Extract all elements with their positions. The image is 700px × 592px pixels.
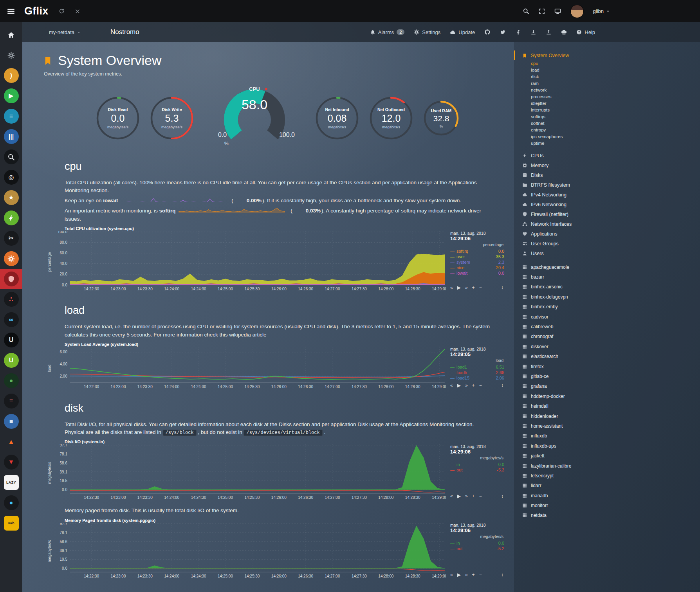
sidebar-item-binhex-emby[interactable]: binhex-emby <box>522 302 700 312</box>
github-button[interactable] <box>484 29 491 35</box>
user-menu[interactable]: gilbn <box>593 8 610 14</box>
chart-tool-zoom-in[interactable]: + <box>472 572 475 578</box>
chart-tool-zoom-in[interactable]: + <box>472 383 475 388</box>
sidebar-item-lazylibrarian-calibre[interactable]: lazylibrarian-calibre <box>522 461 700 471</box>
alarms-button[interactable]: Alarms2 <box>370 29 405 35</box>
legend-item-nice[interactable]: —nice20.4 <box>450 265 504 270</box>
sidebar-item-influxdb[interactable]: influxdb <box>522 431 700 441</box>
refresh-icon[interactable] <box>59 8 65 14</box>
sidebar-subitem-softnet[interactable]: softnet <box>522 120 700 127</box>
import-button[interactable] <box>530 29 536 35</box>
sidebar-item-monitorr[interactable]: monitorr <box>522 500 700 510</box>
sidebar-subitem-idlejitter[interactable]: idlejitter <box>522 100 700 107</box>
legend-item-load15[interactable]: —load152.06 <box>450 375 504 381</box>
print-button[interactable] <box>561 29 567 35</box>
sidebar-item-applications[interactable]: Applications <box>522 229 700 239</box>
sidebar-subitem-processes[interactable]: processes <box>522 94 700 100</box>
sidebar-subitem-load[interactable]: load <box>522 67 700 74</box>
chart-canvas[interactable]: 97.778.158.639.119.50.014:22:3014:23:001… <box>52 523 446 580</box>
sidebar-app-green-play-app[interactable]: ▶ <box>0 86 22 106</box>
legend-item-iowait[interactable]: —iowait0.0 <box>450 270 504 276</box>
sidebar-app-scissors-app[interactable]: ✂ <box>0 228 22 248</box>
twitter-button[interactable] <box>500 29 506 35</box>
softirq-sparkline[interactable] <box>179 207 285 215</box>
sidebar-item-binhex-airsonic[interactable]: binhex-airsonic <box>522 282 700 292</box>
sidebar-app-orange-gear-app[interactable] <box>0 248 22 269</box>
sidebar-item-hddtemp-docker[interactable]: hddtemp-docker <box>522 391 700 401</box>
legend-item-load1[interactable]: —load16.51 <box>450 364 504 370</box>
chart-tool-zoom-out[interactable]: − <box>479 383 482 388</box>
fullscreen-icon[interactable] <box>539 8 545 14</box>
sidebar-item-calibreweb[interactable]: calibreweb <box>522 322 700 331</box>
sidebar-app-green-u-app[interactable]: U <box>0 350 22 371</box>
sidebar-item-user-groups[interactable]: User Groups <box>522 239 700 248</box>
cast-icon[interactable] <box>554 8 561 14</box>
chart-tool-forward[interactable]: » <box>465 572 468 578</box>
sidebar-app-gold-star-app[interactable]: ★ <box>0 187 22 208</box>
sidebar-item-letsencrypt[interactable]: letsencrypt <box>522 471 700 480</box>
sidebar-app-red-shield-app[interactable] <box>0 269 22 289</box>
sidebar-item-disks[interactable]: Disks <box>522 170 700 180</box>
chart-tool-play[interactable]: ▶ <box>457 572 461 578</box>
sidebar-item-chronograf[interactable]: chronograf <box>522 332 700 342</box>
chart-tool-forward[interactable]: » <box>465 493 468 499</box>
gauge-used-ram[interactable]: Used RAM32.8% <box>422 99 460 137</box>
chart-tool-zoom-out[interactable]: − <box>479 285 482 290</box>
sidebar-item-cadvisor[interactable]: cadvisor <box>522 312 700 322</box>
gauge-net-outbound[interactable]: Net Outbound12.0megabits/s <box>368 95 414 141</box>
gauge-disk-read[interactable]: Disk Read0.0megabytes/s <box>95 95 141 141</box>
sidebar-item-grafana[interactable]: grafana <box>522 381 700 391</box>
legend-item-system[interactable]: —system2.3 <box>450 259 504 265</box>
sidebar-app-dark-green-app[interactable]: ● <box>0 371 22 391</box>
chart-tool-zoom-out[interactable]: − <box>479 572 482 578</box>
sidebar-item-memory[interactable]: Memory <box>522 160 700 170</box>
chart-canvas[interactable]: 100.080.060.040.020.00.014:22:3014:23:00… <box>52 231 446 293</box>
sidebar-app-unraid-app[interactable]: U <box>0 330 22 350</box>
chart-tool-play[interactable]: ▶ <box>457 493 461 499</box>
export-button[interactable] <box>546 29 552 35</box>
legend-item-user[interactable]: —user35.3 <box>450 254 504 259</box>
sidebar-item-system-overview[interactable]: System Overview <box>514 50 700 60</box>
sidebar-item-netdata[interactable]: netdata <box>522 511 700 520</box>
sidebar-app-blue-tile-app[interactable]: ■ <box>0 411 22 432</box>
chart-tool-rewind[interactable]: « <box>450 493 453 499</box>
gauge-cpu[interactable]: CPU 58.0 0.0 100.0 % <box>213 81 296 149</box>
facebook-button[interactable] <box>515 29 521 35</box>
sidebar-item-users[interactable]: Users <box>522 248 700 258</box>
sidebar-subitem-entropy[interactable]: entropy <box>522 127 700 133</box>
legend-item-load5[interactable]: —load52.68 <box>450 370 504 375</box>
sidebar-subitem-cpu[interactable]: cpu <box>522 60 700 67</box>
sidebar-app-sabnzbd-app[interactable]: sab <box>0 513 22 533</box>
sidebar-app-lazylibrarian-app[interactable]: LAZY <box>0 472 22 493</box>
sidebar-app-search-app[interactable] <box>0 147 22 167</box>
sidebar-subitem-interrupts[interactable]: interrupts <box>522 107 700 113</box>
chart-tool-zoom-in[interactable]: + <box>472 285 475 290</box>
sidebar-app-ring-app[interactable]: ◎ <box>0 167 22 187</box>
chart-tool-forward[interactable]: » <box>465 383 468 388</box>
wikipedia-link[interactable]: wikipedia article <box>229 332 266 338</box>
chart-tool-rewind[interactable]: « <box>450 572 453 578</box>
sidebar-item-firefox[interactable]: firefox <box>522 362 700 371</box>
chart-tool-zoom-in[interactable]: + <box>472 493 475 499</box>
sidebar-app-gitlab-app[interactable]: ▲ <box>0 432 22 452</box>
sidebar-item-gitlab-ce[interactable]: gitlab-ce <box>522 371 700 381</box>
chart-resize-handle[interactable]: ↕ <box>501 572 503 578</box>
sidebar-item-network-interfaces[interactable]: Network Interfaces <box>522 219 700 229</box>
search-icon[interactable] <box>523 8 529 14</box>
avatar[interactable] <box>570 5 584 18</box>
sidebar-item-lidarr[interactable]: lidarr <box>522 481 700 491</box>
sidebar-subitem-ipc-semaphores[interactable]: ipc semaphores <box>522 133 700 140</box>
sidebar-app-blue-drop-app[interactable]: ● <box>0 493 22 513</box>
chart-resize-handle[interactable]: ↕ <box>501 285 503 290</box>
sidebar-subitem-disk[interactable]: disk <box>522 74 700 80</box>
chart-resize-handle[interactable]: ↕ <box>501 493 503 499</box>
sidebar-item-elasticsearch[interactable]: elasticsearch <box>522 352 700 362</box>
legend-item-out[interactable]: —out-5.2 <box>450 546 504 551</box>
legend-item-in[interactable]: —in0.0 <box>450 540 504 546</box>
sidebar-item-btrfs-filesystem[interactable]: BTRFS filesystem <box>522 180 700 190</box>
settings-button[interactable]: Settings <box>414 29 440 35</box>
sidebar-item-heimdall[interactable]: heimdall <box>522 401 700 411</box>
chart-canvas[interactable]: 6.004.002.0014:22:3014:23:0014:23:3014:2… <box>52 347 446 390</box>
sidebar-app-teal-stack-app[interactable]: ≡ <box>0 106 22 126</box>
sidebar-item-home-assistant[interactable]: home-assistant <box>522 421 700 431</box>
